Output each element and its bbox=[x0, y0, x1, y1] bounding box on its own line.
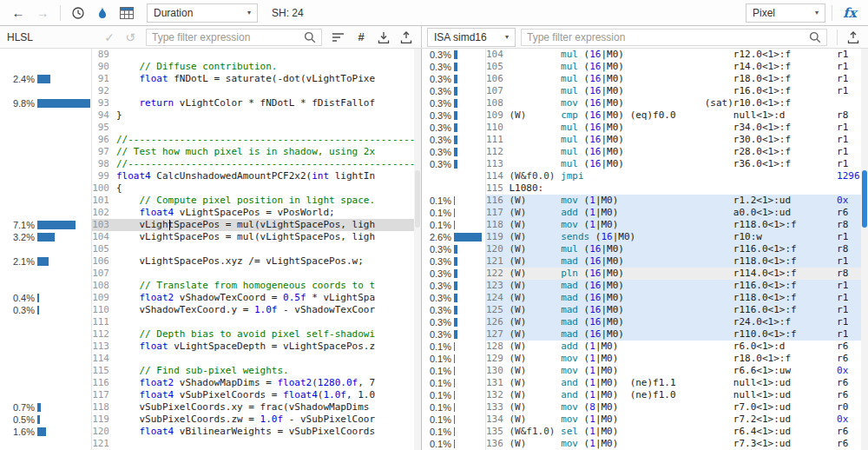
source-line-104[interactable]: 104 vLightSpacePos = mul(vLightSpacePos,… bbox=[92, 231, 414, 243]
isa-scrollbar-thumb[interactable] bbox=[862, 170, 867, 228]
stage-dropdown[interactable]: Pixel ▾ bbox=[746, 3, 825, 23]
isa-line-122[interactable]: 122 (W) pln (16|M0) r114.0<1>:f r8 bbox=[486, 268, 861, 280]
isa-line-131[interactable]: 131 (W) and (1|M0) (ne)f1.1 null<1>:ud r… bbox=[486, 377, 861, 389]
source-line-115[interactable]: 115 // Find sub-pixel weights. bbox=[92, 365, 414, 377]
sort-lines-icon bbox=[332, 32, 345, 43]
apply-edits-button[interactable]: ✓ bbox=[99, 28, 120, 47]
isa-line-135[interactable]: 135 (W&f1.0) sel (1|M0) r6.4<1>:ud r6 bbox=[486, 426, 861, 438]
source-line-105[interactable]: 105 bbox=[92, 243, 414, 255]
isa-line-118[interactable]: 118 (W) mov (1|M0) r118.0<1>:f r8 bbox=[486, 219, 861, 231]
hlsl-scrollbar[interactable] bbox=[414, 49, 421, 450]
isa-line-105[interactable]: 105 mul (16|M0) r14.0<1>:f r1 bbox=[486, 61, 861, 73]
isa-line-119[interactable]: 119 (W) sends (16|M0) r10:w r1 bbox=[486, 231, 861, 243]
isa-line-114[interactable]: 114 (W&f0.0) jmpi 1296 bbox=[486, 170, 861, 182]
source-line-91[interactable]: 91 float fNDotL = saturate(-dot(vLightTo… bbox=[92, 73, 414, 85]
hlsl-scrollbar-thumb[interactable] bbox=[415, 170, 420, 228]
undo-button[interactable]: ↺ bbox=[120, 28, 141, 47]
isa-filter-input[interactable] bbox=[522, 31, 804, 43]
isa-line-124[interactable]: 124 (W) mad (16|M0) r118.0<1>:f r1 bbox=[486, 292, 861, 304]
source-line-109[interactable]: 109 float2 vShadowTexCoord = 0.5f * vLig… bbox=[92, 292, 414, 304]
isa-line-115[interactable]: 115 L1080: bbox=[486, 182, 861, 195]
source-line-99[interactable]: 99float4 CalcUnshadowedAmountPCF2x2(int … bbox=[92, 170, 414, 182]
source-line-97[interactable]: 97// Test how much pixel is in shadow, u… bbox=[92, 146, 414, 158]
source-line-112[interactable]: 112 // Depth bias to avoid pixel self-sh… bbox=[92, 328, 414, 341]
sort-lines-button[interactable] bbox=[327, 28, 350, 47]
source-line-111[interactable]: 111 bbox=[92, 316, 414, 328]
isa-line-126[interactable]: 126 (W) mad (16|M0) r24.0<1>:f r1 bbox=[486, 316, 861, 328]
search-icon[interactable] bbox=[299, 28, 321, 47]
source-line-96[interactable]: 96//------------------------------------… bbox=[92, 134, 414, 146]
source-line-94[interactable]: 94} bbox=[92, 109, 414, 122]
source-line-118[interactable]: 118 vSubPixelCoords.xy = frac(vShadowMap… bbox=[92, 401, 414, 414]
isa-line-128[interactable]: 128 (W) add (1|M0) r6.0<1>:d r6 bbox=[486, 341, 861, 353]
isa-dropdown[interactable]: ISA simd16 ▾ bbox=[427, 28, 516, 47]
source-line-117[interactable]: 117 float4 vSubPixelCoords = float4(1.0f… bbox=[92, 389, 414, 401]
isa-gutter-row: 0.3% bbox=[422, 134, 485, 146]
isa-line-132[interactable]: 132 (W) and (1|M0) (ne)f1.0 null<1>:ud r… bbox=[486, 389, 861, 401]
duration-bar bbox=[37, 306, 39, 314]
source-line-93[interactable]: 93 return vLightColor * fNDotL * fDistFa… bbox=[92, 97, 414, 109]
source-line-103[interactable]: 103 vLightSpacePos = mul(vLightSpacePos,… bbox=[92, 219, 414, 231]
source-line-98[interactable]: 98//------------------------------------… bbox=[92, 158, 414, 170]
isa-line-127[interactable]: 127 (W) mad (16|M0) r110.0<1>:f r1 bbox=[486, 328, 861, 341]
isa-line-136[interactable]: 136 (W) mov (1|M0) r7.3<1>:ud r6 bbox=[486, 438, 861, 450]
isa-line-112[interactable]: 112 mul (16|M0) r28.0<1>:f r1 bbox=[486, 146, 861, 158]
hotspots-button[interactable] bbox=[91, 3, 114, 23]
export-button[interactable] bbox=[395, 28, 418, 47]
history-button[interactable] bbox=[67, 3, 89, 23]
source-line-100[interactable]: 100{ bbox=[92, 182, 414, 195]
isa-line-133[interactable]: 133 (W) mov (8|M0) r7.0<1>:ud r0 bbox=[486, 401, 861, 414]
metric-dropdown[interactable]: Duration ▾ bbox=[147, 3, 258, 23]
source-line-108[interactable]: 108 // Translate from homogeneous coords… bbox=[92, 280, 414, 292]
source-line-92[interactable]: 92 bbox=[92, 85, 414, 97]
isa-gutter-row: 0.1% bbox=[422, 207, 485, 219]
forward-arrow-icon: → bbox=[36, 5, 49, 20]
isa-line-121[interactable]: 121 (W) mad (16|M0) r118.0<1>:f r1 bbox=[486, 255, 861, 268]
source-line-95[interactable]: 95 bbox=[92, 122, 414, 134]
isa-line-106[interactable]: 106 mul (16|M0) r18.0<1>:f r1 bbox=[486, 73, 861, 85]
duration-bar bbox=[454, 233, 482, 242]
source-line-107[interactable]: 107 bbox=[92, 268, 414, 280]
isa-line-111[interactable]: 111 mul (16|M0) r30.0<1>:f r1 bbox=[486, 134, 861, 146]
source-line-116[interactable]: 116 float2 vShadowMapDims = float2(1280.… bbox=[92, 377, 414, 389]
forward-button[interactable]: → bbox=[31, 3, 54, 23]
isa-export-button[interactable] bbox=[842, 28, 865, 47]
source-line-110[interactable]: 110 vShadowTexCoord.y = 1.0f - vShadowTe… bbox=[92, 304, 414, 316]
duration-bar bbox=[454, 367, 455, 375]
isa-line-113[interactable]: 113 mul (16|M0) r36.0<1>:f r1 bbox=[486, 158, 861, 170]
isa-line-107[interactable]: 107 mul (16|M0) r16.0<1>:f r1 bbox=[486, 85, 861, 97]
duration-bar bbox=[454, 391, 455, 400]
isa-line-108[interactable]: 108 mov (16|M0) (sat)r10.0<1>:f bbox=[486, 97, 861, 109]
hlsl-filter-input[interactable] bbox=[147, 31, 299, 43]
source-line-106[interactable]: 106 vLightSpacePos.xyz /= vLightSpacePos… bbox=[92, 255, 414, 268]
source-line-121[interactable]: 121 bbox=[92, 438, 414, 450]
isa-line-110[interactable]: 110 mul (16|M0) r34.0<1>:f r1 bbox=[486, 122, 861, 134]
source-line-114[interactable]: 114 bbox=[92, 353, 414, 365]
source-line-102[interactable]: 102 float4 vLightSpacePos = vPosWorld; bbox=[92, 207, 414, 219]
source-line-119[interactable]: 119 vSubPixelCoords.zw = 1.0f - vSubPixe… bbox=[92, 414, 414, 426]
search-icon[interactable] bbox=[804, 28, 826, 47]
metric-dropdown-value: Duration bbox=[154, 7, 193, 19]
download-button[interactable] bbox=[372, 28, 395, 47]
isa-line-130[interactable]: 130 (W) mov (1|M0) r6.6<1>:uw 0x bbox=[486, 365, 861, 377]
source-line-113[interactable]: 113 float vLightSpaceDepth = vLightSpace… bbox=[92, 341, 414, 353]
line-numbers-button[interactable]: # bbox=[350, 28, 372, 47]
hlsl-gutter-row bbox=[0, 122, 91, 134]
isa-line-116[interactable]: 116 (W) mov (1|M0) r1.2<1>:ud 0x bbox=[486, 195, 861, 207]
isa-line-104[interactable]: 104 mul (16|M0) r12.0<1>:f r1 bbox=[486, 49, 861, 61]
profile-table-button[interactable] bbox=[115, 3, 138, 23]
isa-line-109[interactable]: 109 (W) cmp (16|M0) (eq)f0.0 null<1>:d r… bbox=[486, 109, 861, 122]
isa-line-117[interactable]: 117 (W) add (1|M0) a0.0<1>:ud r6 bbox=[486, 207, 861, 219]
isa-line-120[interactable]: 120 (W) mul (16|M0) r116.0<1>:f r8 bbox=[486, 243, 861, 255]
source-line-90[interactable]: 90 // Diffuse contribution. bbox=[92, 61, 414, 73]
source-line-120[interactable]: 120 float4 vBilinearWeights = vSubPixelC… bbox=[92, 426, 414, 438]
fx-button[interactable]: fx bbox=[838, 3, 861, 23]
isa-line-123[interactable]: 123 (W) mad (16|M0) r116.0<1>:f r1 bbox=[486, 280, 861, 292]
isa-line-125[interactable]: 125 (W) mad (16|M0) r116.0<1>:f r1 bbox=[486, 304, 861, 316]
isa-line-129[interactable]: 129 (W) mov (1|M0) r18.0<1>:f r6 bbox=[486, 353, 861, 365]
back-button[interactable]: ← bbox=[7, 3, 30, 23]
source-line-101[interactable]: 101 // Compute pixel position in light s… bbox=[92, 195, 414, 207]
isa-line-134[interactable]: 134 (W) mov (1|M0) r7.2<1>:ud 0x bbox=[486, 414, 861, 426]
source-line-89[interactable]: 89 bbox=[92, 49, 414, 61]
isa-scrollbar[interactable] bbox=[861, 49, 868, 450]
